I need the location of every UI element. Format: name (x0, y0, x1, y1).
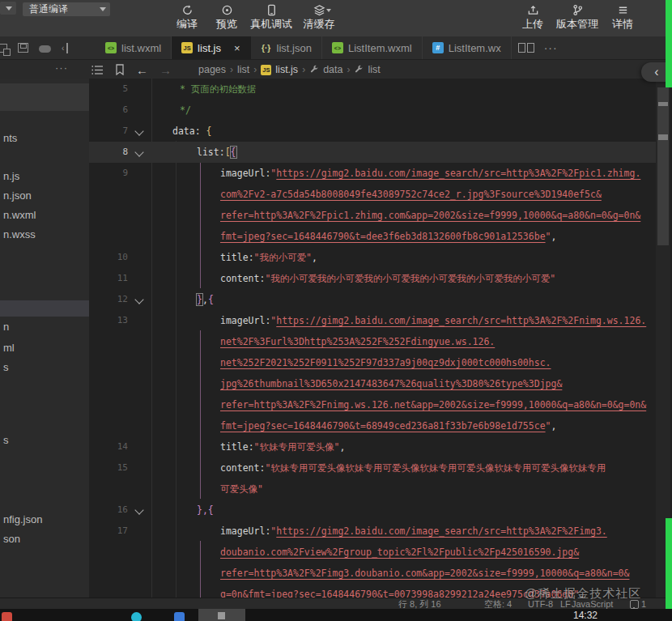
window-toggle-icon[interactable] (0, 44, 7, 53)
bookmark-icon[interactable] (115, 64, 125, 75)
code-link[interactable]: refer=http%3A%2F%2Fnimg.ws.126.net&app=2… (220, 399, 646, 410)
line-number: 8 (89, 142, 128, 163)
file-explorer-sidebar[interactable]: ntsn.jsn.jsonn.wxmln.wxssnmlssnfig.jsons… (0, 79, 90, 598)
code-text: * 页面的初始数据 (180, 79, 256, 100)
cloud-icon[interactable] (39, 45, 51, 53)
tab-list.js[interactable]: JSlist.js× (172, 36, 250, 59)
code-row: net%2F%3Furl%3Dhttp%253A%252F%252Fdingyu… (89, 331, 656, 352)
line-number: 11 (89, 268, 128, 289)
code-segment: : (219, 147, 225, 158)
toolbar-button-label: 预览 (216, 17, 237, 32)
outline-list-icon[interactable] (91, 65, 104, 75)
breadcrumb-separator-icon: › (230, 64, 233, 75)
code-segment: : (195, 125, 206, 137)
code-link[interactable]: net%252F2021%252F0911%252F97d337a9j00qz9… (220, 357, 551, 368)
tab-list.json[interactable]: {·}list.json (251, 36, 322, 59)
tab-ListItem.wx[interactable]: #ListItem.wx (423, 36, 512, 59)
code-link[interactable]: https://gimg2.baidu.com/image_search/src… (276, 168, 640, 179)
fold-chevron-icon[interactable] (134, 126, 143, 135)
compile-mode-value: 普通编译 (29, 3, 68, 15)
code-link[interactable]: refer=http%3A%2F%2Fpic1.zhimg.com&app=20… (220, 210, 640, 221)
code-link[interactable]: doubanio.com%2Fview%2Fgroup_topic%2Fl%2F… (220, 547, 579, 558)
os-taskbar: 14:32 (0, 609, 672, 621)
toolbar-button-compile[interactable]: 编译 (166, 0, 208, 36)
code-link[interactable]: g=0n&fmt=jpeg?sec=1648446790&t=0073998a8… (220, 589, 573, 598)
line-number: 15 (89, 457, 128, 479)
code-link[interactable]: jpg%26thumbnail%3D650x2147483647%26quali… (220, 378, 562, 389)
save-icon[interactable] (18, 43, 28, 53)
tab-label: ListItem.wxml (348, 42, 412, 54)
code-link[interactable]: https://gimg2.baidu.com/image_search/src… (276, 525, 607, 537)
code-segment: { (206, 125, 212, 137)
split-editor-icon[interactable] (518, 43, 534, 53)
sidebar-item[interactable]: n.wxml (3, 207, 36, 223)
taskbar-app-icon-blue[interactable] (174, 612, 185, 621)
sidebar-item[interactable]: n.js (3, 168, 19, 185)
code-text: net%2F%3Furl%3Dhttp%253A%252F%252Fdingyu… (220, 331, 495, 352)
code-segment: data (172, 125, 195, 137)
taskbar-app-icon-red[interactable] (2, 612, 12, 621)
indentation-setting[interactable]: 空格: 4 (484, 598, 512, 610)
tab-ListItem.wxml[interactable]: <>ListItem.wxml (322, 36, 423, 59)
compile-mode-dropdown[interactable]: 普通编译 (23, 2, 110, 16)
code-row: doubanio.com%2Fview%2Fgroup_topic%2Fl%2F… (89, 542, 656, 563)
sidebar-item[interactable]: n.json (3, 188, 32, 204)
tab-list.wxml[interactable]: <>list.wxml (96, 36, 172, 59)
taskbar-app-icon-cyan[interactable] (131, 612, 142, 621)
sidebar-item-selected[interactable] (0, 300, 89, 317)
code-segment: title (220, 441, 249, 453)
taskbar-clock[interactable]: 14:32 (573, 610, 598, 621)
code-segment: },{ (197, 504, 214, 516)
toolbar-button-device-debug[interactable]: 真机调试 (245, 0, 297, 36)
taskbar-active-app[interactable] (198, 609, 245, 621)
back-arrow-icon[interactable]: ← (136, 63, 148, 77)
line-number: 7 (89, 121, 128, 142)
fold-chevron-icon[interactable] (134, 295, 143, 304)
toolbar-left-buttons: 编译预览真机调试清缓存 (166, 0, 341, 36)
code-text: refer=http%3A%2F%2Fimg3.doubanio.com&app… (220, 563, 629, 584)
code-link[interactable]: refer=http%3A%2F%2Fimg3.doubanio.com&app… (220, 568, 629, 579)
collapse-sidebar-icon[interactable]: ‹ (62, 43, 68, 53)
code-link[interactable]: net%2F%3Furl%3Dhttp%253A%252F%252Fdingyu… (220, 336, 495, 347)
toolbar-button-version[interactable]: 版本管理 (551, 0, 604, 36)
breadcrumb-item-list[interactable]: list (368, 64, 380, 75)
forward-arrow-icon[interactable]: → (159, 63, 172, 77)
sidebar-more-button[interactable]: ··· (55, 60, 68, 76)
tabs-more-button[interactable]: ··· (544, 44, 558, 52)
code-text: com%2Fv2-a7c5da54b8008049fe43089752c74ce… (220, 184, 602, 205)
sidebar-item[interactable]: n (3, 319, 9, 335)
code-link[interactable]: https://gimg2.baidu.com/image_search/src… (276, 315, 646, 326)
toolbar-button-upload[interactable]: 上传 (515, 0, 551, 36)
sidebar-item[interactable]: ml (3, 340, 15, 356)
code-link[interactable]: com%2Fv2-a7c5da54b8008049fe43089752c74ce… (220, 189, 602, 200)
fold-chevron-icon[interactable] (134, 147, 143, 156)
breadcrumb-row: ··· ← → pages›list›JSlist.js›data›list ‹ (0, 59, 672, 79)
code-row: refer=http%3A%2F%2Fpic1.zhimg.com&app=20… (89, 205, 656, 226)
code-segment: [ (225, 147, 231, 158)
code-row: 16},{ (89, 500, 656, 521)
breadcrumb-item-list.js[interactable]: list.js (275, 64, 298, 75)
code-link[interactable]: fmt=jpeg?sec=1648446790&t=68949ced236a81… (220, 420, 546, 432)
toolbar-button-label: 详情 (612, 17, 633, 32)
code-link[interactable]: fmt=jpeg?sec=1648446790&t=dee3f6eb3d8132… (220, 231, 546, 242)
sidebar-item[interactable]: n.wxss (3, 227, 36, 243)
breadcrumb-item-data[interactable]: data (323, 64, 342, 75)
sidebar-item[interactable]: nfig.json (3, 512, 42, 528)
sidebar-item[interactable]: son (3, 531, 20, 547)
sidebar-item[interactable]: s (3, 432, 9, 449)
close-icon[interactable]: × (234, 42, 240, 54)
breadcrumb-item-list[interactable]: list (237, 64, 249, 75)
line-number: 13 (89, 310, 128, 331)
code-editor[interactable]: 5* 页面的初始数据6*/7data: {8list:[{9imageUrl:"… (89, 79, 656, 598)
sidebar-item[interactable]: s (3, 359, 9, 376)
toolbar-button-clear-cache[interactable]: 清缓存 (297, 0, 341, 36)
fold-chevron-icon[interactable] (134, 505, 143, 514)
toolbar-button-details[interactable]: 详情 (604, 0, 641, 36)
cursor-position[interactable]: 行 8, 列 16 (398, 598, 441, 610)
editor-scrollbar-thumb[interactable] (657, 87, 669, 245)
js-file-icon: JS (181, 42, 193, 53)
breadcrumb-item-pages[interactable]: pages (198, 64, 226, 75)
sidebar-item[interactable]: nts (3, 130, 17, 147)
window-menu-button[interactable] (0, 2, 16, 15)
toolbar-button-preview[interactable]: 预览 (208, 0, 245, 36)
